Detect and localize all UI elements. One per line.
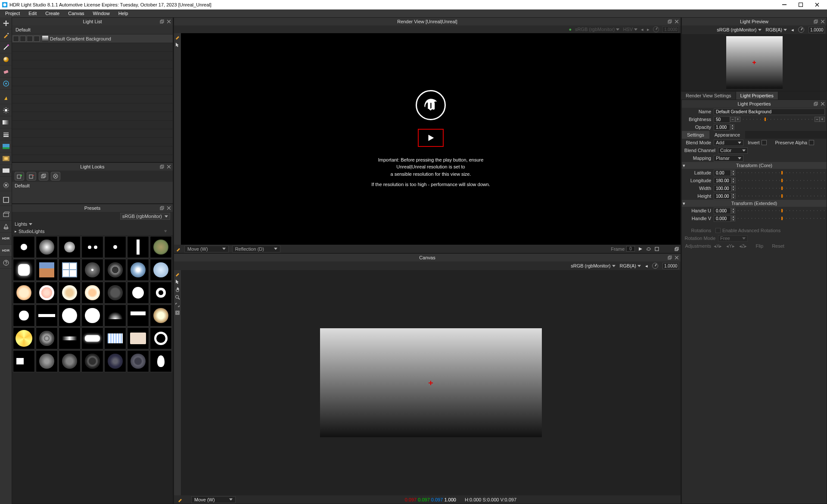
brightness-minus2-button[interactable]: −: [815, 117, 820, 122]
preset-thumb[interactable]: [81, 259, 103, 281]
preset-thumb[interactable]: [104, 282, 126, 304]
exposure-gauge-icon[interactable]: [653, 26, 659, 32]
render-view-viewport[interactable]: Important: Before pressing the play butt…: [181, 33, 681, 245]
tool-flat-icon[interactable]: [0, 165, 12, 177]
handleu-spinner[interactable]: ▴▾: [731, 208, 735, 214]
tool-area-icon[interactable]: [0, 208, 12, 221]
canvas-tool-fit-icon[interactable]: [174, 309, 181, 317]
preset-thumb[interactable]: [13, 282, 35, 304]
look-add-button[interactable]: [15, 172, 24, 180]
menu-create[interactable]: Create: [41, 10, 64, 17]
light-list-row[interactable]: Default Gradient Background: [12, 34, 173, 43]
maximize-button[interactable]: [793, 0, 809, 9]
prop-latitude-field[interactable]: 0.00: [714, 170, 731, 176]
panel-close-icon[interactable]: [166, 164, 172, 170]
prop-name-field[interactable]: Default Gradient Background: [714, 109, 825, 115]
prop-blendchannel-dropdown[interactable]: Color: [718, 147, 748, 154]
preset-thumb[interactable]: [13, 327, 35, 349]
presets-colorspace-dropdown[interactable]: sRGB (rgbMonitor): [120, 213, 170, 220]
tool-uber-icon[interactable]: [0, 152, 12, 165]
preset-thumb[interactable]: [81, 236, 103, 258]
preset-thumb[interactable]: [150, 350, 172, 372]
preservealpha-checkbox[interactable]: [809, 140, 814, 145]
look-copy-button[interactable]: [39, 172, 48, 180]
favorite-icon[interactable]: ♥: [164, 228, 170, 234]
canvas-viewport[interactable]: [181, 270, 681, 495]
preset-thumb[interactable]: [36, 282, 58, 304]
handlev-spinner[interactable]: ▴▾: [731, 215, 735, 221]
canvas-rgba-dropdown[interactable]: RGB(A): [620, 263, 641, 268]
rv-exposure-value[interactable]: 1.0000: [662, 26, 679, 33]
preset-thumb[interactable]: [150, 282, 172, 304]
preset-thumb[interactable]: [81, 305, 103, 327]
height-spinner[interactable]: ▴▾: [731, 193, 736, 199]
lp-prev-icon[interactable]: ◂: [791, 27, 794, 33]
canvas-tool-expand-icon[interactable]: [174, 301, 181, 309]
look-remove-button[interactable]: [27, 172, 36, 180]
preset-thumb[interactable]: [81, 282, 103, 304]
prop-opacity-field[interactable]: 1.000: [714, 124, 730, 131]
tool-move-icon[interactable]: [0, 17, 12, 29]
lp-exposure-value[interactable]: 1.0000: [808, 27, 825, 33]
menu-project[interactable]: Project: [1, 10, 24, 17]
presets-category-dropdown[interactable]: Lights: [12, 221, 173, 227]
preset-thumb[interactable]: [13, 305, 35, 327]
longitude-slider[interactable]: [738, 178, 825, 183]
panel-popout-icon[interactable]: [813, 101, 819, 107]
brightness-plus-button[interactable]: +: [735, 117, 740, 122]
preset-thumb[interactable]: [104, 259, 126, 281]
section-transform-core[interactable]: ▾ Transform (Core): [682, 162, 827, 169]
minimize-button[interactable]: [776, 0, 793, 9]
preset-thumb[interactable]: [150, 327, 172, 349]
tool-hdr-icon[interactable]: HDR: [0, 233, 12, 245]
rv-brush-icon[interactable]: [176, 246, 181, 252]
preset-thumb[interactable]: [36, 305, 58, 327]
rv-next-icon[interactable]: ▸: [647, 27, 650, 32]
preset-thumb[interactable]: [104, 327, 126, 349]
rv-hsv-dropdown[interactable]: HSV: [623, 27, 637, 32]
panel-popout-icon[interactable]: [667, 19, 673, 25]
solo-toggle-icon[interactable]: [20, 36, 26, 42]
preset-thumb[interactable]: [104, 305, 126, 327]
prop-height-field[interactable]: 100.00: [714, 193, 731, 199]
panel-close-icon[interactable]: [166, 19, 172, 25]
preset-thumb[interactable]: [150, 259, 172, 281]
light-preview-viewport[interactable]: [682, 34, 827, 91]
rv-refl-dropdown[interactable]: Reflection (D): [232, 246, 280, 252]
handleu-slider[interactable]: [738, 208, 825, 213]
preset-thumb[interactable]: [81, 327, 103, 349]
preset-thumb[interactable]: [36, 236, 58, 258]
canvas-tool-hand-icon[interactable]: [174, 286, 181, 293]
tab-render-view-settings[interactable]: Render View Settings: [681, 92, 736, 100]
collapse-icon[interactable]: ▾: [683, 201, 685, 206]
canvas-brush-icon[interactable]: [177, 497, 183, 502]
rv-tool-cursor-icon[interactable]: [174, 41, 181, 49]
preset-thumb[interactable]: [127, 236, 149, 258]
longitude-spinner[interactable]: ▴▾: [731, 177, 736, 184]
reset-button[interactable]: Reset: [772, 243, 784, 249]
preset-thumb[interactable]: [59, 259, 81, 281]
tool-gradient-icon[interactable]: [0, 116, 12, 128]
latitude-spinner[interactable]: ▴▾: [731, 170, 735, 176]
prop-handleu-field[interactable]: 0.000: [714, 208, 731, 214]
rv-mode-dropdown[interactable]: Move (W): [184, 246, 229, 252]
play-button[interactable]: [418, 129, 444, 147]
preset-thumb[interactable]: [104, 236, 126, 258]
tool-rect-icon[interactable]: [0, 194, 12, 206]
tool-hdr2-icon[interactable]: HDR: [0, 245, 12, 257]
preset-thumb[interactable]: [150, 236, 172, 258]
preset-thumb[interactable]: [127, 350, 149, 372]
rv-frame-input[interactable]: [626, 246, 635, 252]
tool-wand-icon[interactable]: [0, 41, 12, 53]
canvas-tool-zoom-icon[interactable]: [174, 293, 181, 301]
tool-target-icon[interactable]: [0, 78, 12, 90]
invert-checkbox[interactable]: [762, 140, 767, 145]
handlev-slider[interactable]: [738, 216, 825, 221]
canvas-colorspace-dropdown[interactable]: sRGB (rgbMonitor): [571, 263, 615, 268]
prop-mapping-dropdown[interactable]: Planar: [714, 155, 743, 162]
rv-loop-icon[interactable]: [646, 247, 651, 251]
tool-spot-icon[interactable]: [0, 221, 12, 233]
preset-thumb[interactable]: [36, 350, 58, 372]
menu-help[interactable]: Help: [114, 10, 133, 17]
preset-thumb[interactable]: [36, 259, 58, 281]
